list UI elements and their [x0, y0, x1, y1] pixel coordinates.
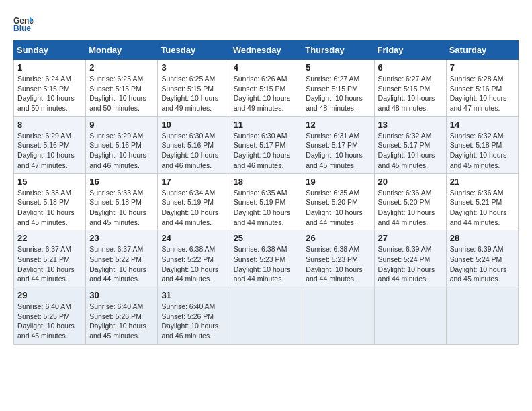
day-number: 20	[378, 177, 443, 187]
cell-info: Sunrise: 6:32 AMSunset: 5:17 PMDaylight:…	[378, 132, 435, 169]
calendar-cell: 26 Sunrise: 6:38 AMSunset: 5:23 PMDaylig…	[302, 230, 374, 287]
day-number: 26	[306, 233, 370, 243]
calendar-cell: 7 Sunrise: 6:28 AMSunset: 5:16 PMDayligh…	[446, 60, 518, 117]
cell-info: Sunrise: 6:40 AMSunset: 5:26 PMDaylight:…	[89, 302, 146, 340]
day-number: 3	[161, 62, 226, 73]
day-number: 4	[234, 62, 299, 73]
cell-info: Sunrise: 6:24 AMSunset: 5:15 PMDaylight:…	[17, 75, 75, 112]
calendar-cell: 9 Sunrise: 6:29 AMSunset: 5:16 PMDayligh…	[86, 116, 158, 173]
day-number: 6	[378, 62, 443, 73]
calendar-week-1: 1 Sunrise: 6:24 AMSunset: 5:15 PMDayligh…	[14, 60, 519, 117]
cell-info: Sunrise: 6:37 AMSunset: 5:21 PMDaylight:…	[17, 245, 75, 283]
calendar-cell: 23 Sunrise: 6:37 AMSunset: 5:22 PMDaylig…	[86, 230, 158, 287]
day-number: 16	[89, 177, 154, 187]
cell-info: Sunrise: 6:26 AMSunset: 5:15 PMDaylight:…	[234, 75, 291, 112]
cell-info: Sunrise: 6:30 AMSunset: 5:16 PMDaylight:…	[161, 132, 218, 169]
calendar-cell: 20 Sunrise: 6:36 AMSunset: 5:20 PMDaylig…	[374, 173, 446, 230]
calendar-cell: 24 Sunrise: 6:38 AMSunset: 5:22 PMDaylig…	[158, 230, 230, 287]
day-number: 19	[306, 177, 370, 187]
calendar-header-row: SundayMondayTuesdayWednesdayThursdayFrid…	[14, 41, 519, 60]
cell-info: Sunrise: 6:30 AMSunset: 5:17 PMDaylight:…	[234, 132, 291, 169]
calendar-cell: 2 Sunrise: 6:25 AMSunset: 5:15 PMDayligh…	[86, 60, 158, 117]
cell-info: Sunrise: 6:40 AMSunset: 5:26 PMDaylight:…	[161, 302, 218, 340]
calendar-cell: 22 Sunrise: 6:37 AMSunset: 5:21 PMDaylig…	[14, 230, 86, 287]
cell-info: Sunrise: 6:29 AMSunset: 5:16 PMDaylight:…	[17, 132, 75, 169]
cell-info: Sunrise: 6:33 AMSunset: 5:18 PMDaylight:…	[89, 189, 146, 226]
day-number: 2	[89, 62, 154, 73]
cell-info: Sunrise: 6:25 AMSunset: 5:15 PMDaylight:…	[89, 75, 146, 112]
calendar-cell: 4 Sunrise: 6:26 AMSunset: 5:15 PMDayligh…	[230, 60, 302, 117]
calendar-cell: 6 Sunrise: 6:27 AMSunset: 5:15 PMDayligh…	[374, 60, 446, 117]
calendar-cell	[446, 287, 518, 345]
day-number: 1	[17, 62, 82, 73]
calendar-cell: 30 Sunrise: 6:40 AMSunset: 5:26 PMDaylig…	[86, 287, 158, 345]
day-number: 7	[450, 62, 515, 73]
day-number: 30	[89, 290, 154, 300]
cell-info: Sunrise: 6:36 AMSunset: 5:20 PMDaylight:…	[378, 189, 435, 226]
calendar-cell: 31 Sunrise: 6:40 AMSunset: 5:26 PMDaylig…	[158, 287, 230, 345]
calendar-week-5: 29 Sunrise: 6:40 AMSunset: 5:25 PMDaylig…	[14, 287, 519, 345]
cell-info: Sunrise: 6:35 AMSunset: 5:20 PMDaylight:…	[306, 189, 363, 226]
cell-info: Sunrise: 6:27 AMSunset: 5:15 PMDaylight:…	[306, 75, 363, 112]
calendar-week-3: 15 Sunrise: 6:33 AMSunset: 5:18 PMDaylig…	[14, 173, 519, 230]
cell-info: Sunrise: 6:37 AMSunset: 5:22 PMDaylight:…	[89, 245, 146, 283]
day-number: 28	[450, 233, 515, 243]
day-number: 27	[378, 233, 443, 243]
day-number: 12	[306, 120, 370, 130]
calendar-cell	[302, 287, 374, 345]
header-friday: Friday	[374, 41, 446, 60]
svg-text:Blue: Blue	[13, 24, 31, 33]
day-number: 29	[17, 290, 82, 300]
cell-info: Sunrise: 6:39 AMSunset: 5:24 PMDaylight:…	[450, 245, 507, 283]
calendar-cell: 19 Sunrise: 6:35 AMSunset: 5:20 PMDaylig…	[302, 173, 374, 230]
day-number: 23	[89, 233, 154, 243]
logo: General Blue	[13, 13, 35, 34]
day-number: 21	[450, 177, 515, 187]
calendar-cell: 13 Sunrise: 6:32 AMSunset: 5:17 PMDaylig…	[374, 116, 446, 173]
header-saturday: Saturday	[446, 41, 518, 60]
page-header: General Blue	[13, 13, 519, 34]
day-number: 14	[450, 120, 515, 130]
day-number: 9	[89, 120, 154, 130]
cell-info: Sunrise: 6:35 AMSunset: 5:19 PMDaylight:…	[234, 189, 291, 226]
calendar-week-4: 22 Sunrise: 6:37 AMSunset: 5:21 PMDaylig…	[14, 230, 519, 287]
calendar-cell: 14 Sunrise: 6:32 AMSunset: 5:18 PMDaylig…	[446, 116, 518, 173]
calendar-cell: 25 Sunrise: 6:38 AMSunset: 5:23 PMDaylig…	[230, 230, 302, 287]
header-monday: Monday	[86, 41, 158, 60]
day-number: 17	[161, 177, 226, 187]
day-number: 15	[17, 177, 82, 187]
day-number: 24	[161, 233, 226, 243]
day-number: 5	[306, 62, 370, 73]
cell-info: Sunrise: 6:27 AMSunset: 5:15 PMDaylight:…	[378, 75, 435, 112]
cell-info: Sunrise: 6:28 AMSunset: 5:16 PMDaylight:…	[450, 75, 507, 112]
calendar-cell: 12 Sunrise: 6:31 AMSunset: 5:17 PMDaylig…	[302, 116, 374, 173]
day-number: 25	[234, 233, 299, 243]
calendar-cell	[230, 287, 302, 345]
calendar-cell: 10 Sunrise: 6:30 AMSunset: 5:16 PMDaylig…	[158, 116, 230, 173]
calendar-cell: 21 Sunrise: 6:36 AMSunset: 5:21 PMDaylig…	[446, 173, 518, 230]
cell-info: Sunrise: 6:33 AMSunset: 5:18 PMDaylight:…	[17, 189, 75, 226]
calendar-cell: 5 Sunrise: 6:27 AMSunset: 5:15 PMDayligh…	[302, 60, 374, 117]
header-wednesday: Wednesday	[230, 41, 302, 60]
cell-info: Sunrise: 6:38 AMSunset: 5:23 PMDaylight:…	[234, 245, 291, 283]
day-number: 31	[161, 290, 226, 300]
day-number: 22	[17, 233, 82, 243]
calendar-cell: 17 Sunrise: 6:34 AMSunset: 5:19 PMDaylig…	[158, 173, 230, 230]
calendar-cell: 29 Sunrise: 6:40 AMSunset: 5:25 PMDaylig…	[14, 287, 86, 345]
calendar-cell: 1 Sunrise: 6:24 AMSunset: 5:15 PMDayligh…	[14, 60, 86, 117]
cell-info: Sunrise: 6:34 AMSunset: 5:19 PMDaylight:…	[161, 189, 218, 226]
day-number: 8	[17, 120, 82, 130]
cell-info: Sunrise: 6:38 AMSunset: 5:22 PMDaylight:…	[161, 245, 218, 283]
header-sunday: Sunday	[14, 41, 86, 60]
cell-info: Sunrise: 6:25 AMSunset: 5:15 PMDaylight:…	[161, 75, 218, 112]
cell-info: Sunrise: 6:40 AMSunset: 5:25 PMDaylight:…	[17, 302, 75, 340]
calendar-cell: 3 Sunrise: 6:25 AMSunset: 5:15 PMDayligh…	[158, 60, 230, 117]
calendar-cell	[374, 287, 446, 345]
calendar-cell: 28 Sunrise: 6:39 AMSunset: 5:24 PMDaylig…	[446, 230, 518, 287]
day-number: 18	[234, 177, 299, 187]
day-number: 13	[378, 120, 443, 130]
calendar-cell: 11 Sunrise: 6:30 AMSunset: 5:17 PMDaylig…	[230, 116, 302, 173]
calendar-cell: 16 Sunrise: 6:33 AMSunset: 5:18 PMDaylig…	[86, 173, 158, 230]
calendar-week-2: 8 Sunrise: 6:29 AMSunset: 5:16 PMDayligh…	[14, 116, 519, 173]
calendar-cell: 8 Sunrise: 6:29 AMSunset: 5:16 PMDayligh…	[14, 116, 86, 173]
